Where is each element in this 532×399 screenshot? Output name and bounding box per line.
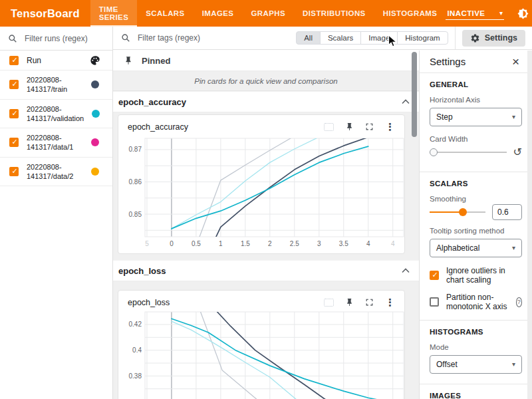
chevron-up-icon[interactable] (402, 99, 410, 104)
fullscreen-icon[interactable] (365, 122, 374, 131)
svg-text:1: 1 (219, 240, 223, 247)
section-heading: SCALARS (430, 180, 522, 188)
settings-button-label: Settings (485, 33, 517, 43)
section-body: epoch_accuracy ⋮ 0.850.860.87500.511.522… (113, 112, 419, 260)
histogram-mode-select[interactable]: Offset ▾ (430, 355, 522, 374)
partition-x-axis-checkbox[interactable] (430, 297, 439, 307)
chevron-down-icon: ▾ (512, 361, 515, 368)
status-dropdown[interactable]: INACTIVE ▾ (446, 7, 504, 20)
nav-tab-histograms[interactable]: HISTOGRAMS (374, 0, 446, 27)
chevron-down-icon: ▾ (499, 10, 503, 17)
selected-value: Step (436, 112, 453, 122)
run-row[interactable]: 20220808-141317/validation (0, 100, 112, 129)
runs-filter-input[interactable] (23, 33, 104, 44)
svg-text:1.5: 1.5 (241, 240, 250, 247)
section-body: epoch_loss ⋮ 0.360.380.40.42 (113, 281, 419, 399)
select-all-checkbox[interactable] (9, 56, 19, 65)
panel-scrollbar[interactable] (527, 51, 532, 399)
line-chart-epoch-loss[interactable]: 0.360.380.40.42 (118, 309, 406, 399)
card-width-slider[interactable] (430, 148, 507, 157)
settings-section-general: GENERAL Horizontal Axis Step ▾ Card Widt… (420, 73, 532, 172)
smoothing-slider[interactable] (430, 207, 485, 217)
nav-tab-time-series[interactable]: TIME SERIES (90, 0, 138, 27)
runs-list: 20220808-141317/train20220808-141317/val… (0, 70, 112, 186)
run-checkbox[interactable] (9, 138, 19, 147)
run-row[interactable]: 20220808-141317/data/1 (0, 128, 112, 158)
section-header-epoch-accuracy[interactable]: epoch_accuracy (113, 91, 419, 112)
fit-to-data-icon[interactable] (324, 299, 334, 307)
pin-icon[interactable] (345, 122, 354, 131)
help-icon[interactable]: ? (516, 297, 522, 307)
svg-text:0.42: 0.42 (129, 321, 142, 328)
pin-icon (124, 56, 133, 65)
section-heading: IMAGES (430, 392, 522, 399)
run-color-dot (91, 80, 99, 88)
field-label: Horizontal Axis (430, 96, 522, 104)
main-scrollbar[interactable] (412, 52, 417, 137)
svg-text:0.5: 0.5 (192, 240, 201, 247)
line-chart-epoch-accuracy[interactable]: 0.850.860.87500.511.522.533.544 (118, 134, 406, 252)
pinned-title: Pinned (142, 56, 170, 66)
nav-tab-distributions[interactable]: DISTRIBUTIONS (294, 0, 374, 27)
runs-filter[interactable] (0, 27, 112, 51)
palette-icon[interactable] (90, 55, 100, 66)
pinned-empty-hint: Pin cards for a quick view and compariso… (113, 71, 419, 91)
fit-to-data-icon[interactable] (324, 123, 334, 131)
run-row[interactable]: 20220808-141317/train (0, 70, 112, 100)
theme-toggle-icon[interactable] (517, 7, 529, 19)
tooltip-sorting-select[interactable]: Alphabetical ▾ (430, 239, 522, 257)
more-options-icon[interactable]: ⋮ (385, 122, 395, 132)
section-title: epoch_loss (118, 266, 166, 276)
chevron-down-icon: ▾ (512, 245, 515, 251)
pinned-section-header: Pinned (113, 51, 419, 71)
svg-text:4: 4 (391, 240, 395, 247)
svg-text:4: 4 (366, 240, 370, 247)
fullscreen-icon[interactable] (365, 298, 374, 307)
filter-chip-image[interactable]: Image (360, 31, 398, 45)
nav-tab-images[interactable]: IMAGES (194, 0, 243, 27)
field-label: Mode (430, 343, 522, 351)
run-checkbox[interactable] (9, 80, 19, 89)
settings-button[interactable]: Settings (462, 30, 525, 47)
nav-tab-graphs[interactable]: GRAPHS (242, 0, 294, 27)
close-icon[interactable]: × (512, 55, 519, 68)
section-header-epoch-loss[interactable]: epoch_loss (113, 260, 419, 281)
section-title: epoch_accuracy (118, 97, 186, 107)
divider (455, 27, 456, 49)
run-name: 20220808-141317/train (27, 75, 83, 94)
svg-text:0.86: 0.86 (129, 178, 142, 186)
run-checkbox[interactable] (9, 109, 19, 118)
reset-icon[interactable]: ↺ (513, 147, 522, 158)
field-label: Card Width (430, 135, 522, 143)
scalar-card-epoch-loss: epoch_loss ⋮ 0.360.380.40.42 (118, 290, 405, 399)
app-header: TensorBoard TIME SERIESSCALARSIMAGESGRAP… (0, 0, 532, 27)
runs-sidebar: Run 20220808-141317/train20220808-141317… (0, 27, 113, 399)
status-label: INACTIVE (447, 9, 485, 17)
card-title: epoch_accuracy (128, 122, 188, 132)
run-color-dot (91, 138, 99, 146)
svg-text:0.87: 0.87 (129, 146, 142, 153)
selected-value: Offset (436, 360, 458, 369)
field-label: Tooltip sorting method (430, 227, 522, 235)
pin-icon[interactable] (345, 298, 354, 307)
ignore-outliers-checkbox[interactable] (430, 271, 439, 280)
svg-text:0.38: 0.38 (129, 372, 142, 380)
svg-text:2: 2 (268, 240, 272, 247)
nav-tab-scalars[interactable]: SCALARS (137, 0, 193, 27)
filter-chip-all[interactable]: All (296, 31, 321, 45)
filter-chip-histogram[interactable]: Histogram (397, 31, 448, 45)
run-checkbox[interactable] (9, 167, 19, 176)
gear-icon (470, 33, 480, 43)
horizontal-axis-select[interactable]: Step ▾ (430, 108, 522, 126)
selected-value: Alphabetical (436, 243, 479, 253)
section-heading: HISTOGRAMS (430, 328, 522, 336)
tag-type-filter: AllScalarsImageHistogram (296, 31, 448, 45)
run-row[interactable]: 20220808-141317/data/2 (0, 158, 112, 187)
more-options-icon[interactable]: ⋮ (385, 297, 395, 307)
checkbox-label: Ignore outliers in chart scaling (446, 266, 522, 285)
filter-chip-scalars[interactable]: Scalars (320, 31, 361, 45)
smoothing-value-input[interactable] (492, 204, 522, 220)
main-nav: TIME SERIESSCALARSIMAGESGRAPHSDISTRIBUTI… (90, 0, 446, 27)
chevron-up-icon[interactable] (402, 268, 410, 273)
tags-filter-input[interactable] (136, 33, 296, 43)
